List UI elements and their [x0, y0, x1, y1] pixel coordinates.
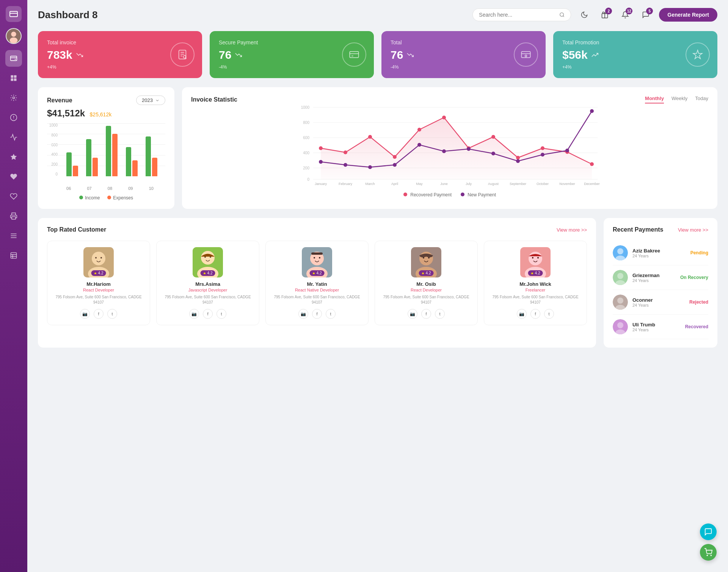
- instagram-icon2[interactable]: 📷: [189, 309, 199, 319]
- revenue-chart-card: Revenue 2023 $41,512k $25,612k 1000 800 …: [38, 87, 174, 209]
- payment-name-grie: Griezerman: [632, 273, 676, 278]
- customer-social-asima: 📷 f t: [161, 309, 254, 319]
- revenue-bar-chart: 1000 800 600 400 200 0: [47, 123, 165, 201]
- customer-role-asima: Javascript Developer: [161, 288, 254, 292]
- bar-pair-10: [146, 136, 157, 176]
- header: Dashboard 8 2 12 5 Generate Report: [38, 8, 717, 22]
- customer-card-yatin: 4.2 Mr. Yatin React Native Developer 795…: [265, 241, 369, 325]
- svg-rect-17: [11, 253, 17, 259]
- svg-point-102: [617, 322, 623, 328]
- stat-label-payment: Secure Payment: [219, 39, 365, 45]
- dark-mode-toggle[interactable]: [577, 8, 592, 22]
- customers-view-more[interactable]: View more >>: [557, 227, 587, 233]
- tab-weekly[interactable]: Weekly: [672, 96, 687, 103]
- total-icon: [514, 42, 538, 67]
- customer-card-osib: 4.2 Mr. Osib React Developer 795 Folsom …: [375, 241, 478, 325]
- twitter-icon5[interactable]: t: [544, 309, 554, 319]
- svg-rect-0: [10, 11, 17, 17]
- twitter-icon2[interactable]: t: [217, 309, 226, 319]
- new-dot-feb: [344, 163, 347, 167]
- sidebar-item-print[interactable]: [5, 208, 22, 224]
- sidebar-item-star[interactable]: [5, 149, 22, 165]
- sidebar: [0, 0, 27, 572]
- customer-address-yatin: 795 Folsom Ave, Suite 600 San Francisco,…: [270, 295, 364, 305]
- payment-info-aziz: Aziz Bakree 24 Years: [632, 248, 686, 258]
- trend-icon-payment: [235, 52, 242, 58]
- facebook-icon4[interactable]: f: [421, 309, 431, 319]
- sidebar-item-heart2[interactable]: [5, 188, 22, 205]
- payments-card: Recent Payments View more >> Aziz Bakree…: [604, 218, 717, 348]
- svg-text:800: 800: [303, 121, 309, 125]
- generate-report-button[interactable]: Generate Report: [659, 8, 717, 22]
- new-payment-legend-dot: [461, 193, 464, 196]
- svg-text:March: March: [365, 182, 375, 186]
- svg-text:August: August: [488, 182, 499, 186]
- svg-rect-78: [311, 252, 323, 255]
- new-dot-sep: [516, 159, 520, 163]
- invoice-tabs: Monthly Weekly Today: [645, 96, 708, 103]
- legend-recovered-label: Recovered Payment: [410, 192, 452, 197]
- instagram-icon3[interactable]: 📷: [298, 309, 308, 319]
- customer-avatar-yatin: 4.2: [302, 247, 332, 277]
- search-input[interactable]: [479, 12, 556, 18]
- income-legend-dot: [79, 196, 83, 199]
- star-icon4: [422, 272, 425, 275]
- trend-down-icon: [76, 52, 83, 58]
- payment-age-oconner: 24 Years: [632, 303, 685, 307]
- message-icon-btn[interactable]: 5: [639, 8, 653, 22]
- twitter-icon[interactable]: t: [107, 309, 117, 319]
- svg-point-5: [15, 59, 16, 60]
- sidebar-item-heart[interactable]: [5, 168, 22, 185]
- sidebar-item-menu[interactable]: [5, 227, 22, 244]
- header-right: 2 12 5 Generate Report: [472, 8, 717, 22]
- cart-float-button[interactable]: [700, 544, 717, 561]
- chat-float-button[interactable]: [700, 523, 717, 540]
- svg-text:June: June: [440, 182, 448, 186]
- payment-avatar-aziz: [613, 245, 628, 260]
- gift-icon-btn[interactable]: 2: [598, 8, 612, 22]
- bar-income-09: [126, 147, 131, 176]
- expense-legend-dot: [107, 196, 111, 199]
- sidebar-item-list[interactable]: [5, 247, 22, 264]
- avatar[interactable]: [6, 28, 22, 44]
- payment-name-uli: Uli Trumb: [632, 322, 681, 328]
- sidebar-item-dashboard[interactable]: [5, 70, 22, 86]
- facebook-icon[interactable]: f: [94, 309, 104, 319]
- payments-view-more[interactable]: View more >>: [678, 227, 708, 233]
- svg-point-76: [314, 257, 315, 259]
- tab-today[interactable]: Today: [695, 96, 708, 103]
- stat-card-total: Total 76 -4%: [381, 31, 546, 78]
- sidebar-item-chart[interactable]: [5, 129, 22, 146]
- sidebar-item-info[interactable]: [5, 109, 22, 126]
- bell-icon-btn[interactable]: 12: [618, 8, 632, 22]
- instagram-icon[interactable]: 📷: [80, 309, 90, 319]
- facebook-icon3[interactable]: f: [312, 309, 322, 319]
- svg-text:0: 0: [307, 177, 309, 182]
- customer-role-yatin: React Native Developer: [270, 288, 364, 292]
- instagram-icon5[interactable]: 📷: [517, 309, 527, 319]
- payment-status-uli: Recovered: [685, 324, 708, 329]
- facebook-icon2[interactable]: f: [203, 309, 213, 319]
- payment-item-grie: Griezerman 24 Years On Recovery: [613, 265, 708, 290]
- sidebar-item-settings[interactable]: [5, 89, 22, 106]
- bell-badge: 12: [626, 8, 632, 14]
- twitter-icon3[interactable]: t: [326, 309, 336, 319]
- bar-pair-09: [126, 147, 138, 176]
- sidebar-item-wallet[interactable]: [5, 50, 22, 67]
- customer-card-hariom: 4.2 Mr.Hariom React Developer 795 Folsom…: [47, 241, 150, 325]
- facebook-icon5[interactable]: f: [530, 309, 540, 319]
- twitter-icon4[interactable]: t: [435, 309, 445, 319]
- payment-item-oconner: Oconner 24 Years Rejected: [613, 290, 708, 315]
- year-select[interactable]: 2023: [136, 96, 165, 105]
- search-box[interactable]: [472, 8, 571, 21]
- customer-name-hariom: Mr.Hariom: [52, 281, 145, 287]
- customer-name-john: Mr.John Wick: [489, 281, 582, 287]
- chat-icon: [704, 528, 712, 536]
- svg-marker-79: [312, 272, 315, 274]
- customer-role-john: Freelancer: [489, 288, 582, 292]
- instagram-icon4[interactable]: 📷: [408, 309, 417, 319]
- sidebar-logo[interactable]: [6, 6, 22, 22]
- tab-monthly[interactable]: Monthly: [645, 96, 664, 103]
- svg-point-89: [532, 257, 533, 259]
- new-dot-jan: [319, 160, 323, 164]
